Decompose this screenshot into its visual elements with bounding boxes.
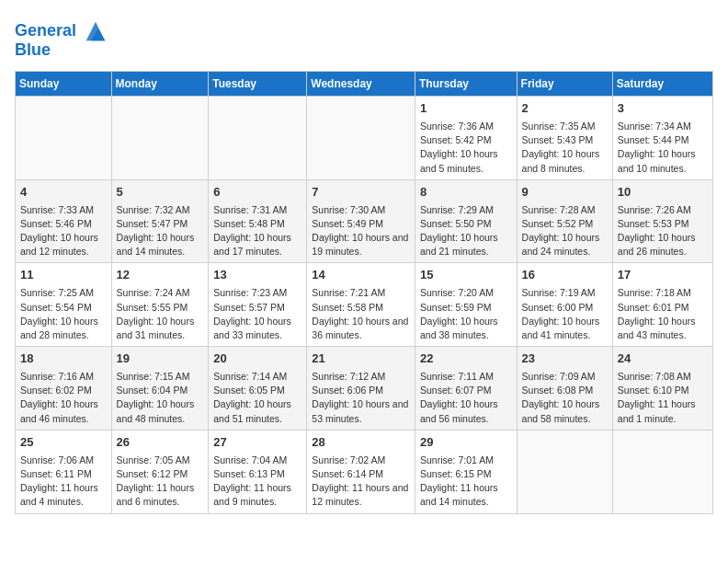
calendar-cell: 4Sunrise: 7:33 AMSunset: 5:46 PMDaylight… [16, 179, 112, 263]
sunrise-text: Sunrise: 7:34 AM [618, 120, 708, 133]
daylight-text: Daylight: 11 hours and 12 minutes. [312, 481, 410, 509]
calendar-cell: 21Sunrise: 7:12 AMSunset: 6:06 PMDayligh… [307, 347, 415, 431]
sunset-text: Sunset: 6:15 PM [420, 467, 512, 481]
calendar-cell: 14Sunrise: 7:21 AMSunset: 5:58 PMDayligh… [307, 263, 415, 347]
day-number: 29 [420, 434, 512, 452]
day-header-saturday: Saturday [612, 72, 712, 97]
sunset-text: Sunset: 5:48 PM [213, 217, 301, 231]
day-number: 23 [522, 350, 608, 368]
sunrise-text: Sunrise: 7:24 AM [117, 286, 204, 300]
calendar-cell: 22Sunrise: 7:11 AMSunset: 6:07 PMDayligh… [415, 347, 517, 431]
sunrise-text: Sunrise: 7:29 AM [420, 203, 512, 217]
day-number: 25 [20, 434, 107, 452]
day-number: 7 [312, 184, 410, 201]
calendar-cell: 29Sunrise: 7:01 AMSunset: 6:15 PMDayligh… [415, 430, 517, 513]
calendar-cell: 2Sunrise: 7:35 AMSunset: 5:43 PMDaylight… [517, 97, 612, 180]
sunset-text: Sunset: 6:06 PM [312, 384, 410, 397]
daylight-text: Daylight: 10 hours and 56 minutes. [420, 397, 512, 425]
sunset-text: Sunset: 5:47 PM [117, 217, 204, 231]
day-header-monday: Monday [111, 72, 209, 97]
daylight-text: Daylight: 10 hours and 33 minutes. [213, 315, 301, 342]
sunrise-text: Sunrise: 7:23 AM [213, 286, 301, 300]
sunset-text: Sunset: 6:01 PM [618, 301, 708, 315]
calendar-cell [16, 97, 112, 180]
calendar-cell: 27Sunrise: 7:04 AMSunset: 6:13 PMDayligh… [209, 430, 307, 513]
day-number: 22 [420, 350, 512, 368]
sunrise-text: Sunrise: 7:06 AM [20, 454, 107, 467]
calendar-week-row: 4Sunrise: 7:33 AMSunset: 5:46 PMDaylight… [16, 179, 713, 263]
sunset-text: Sunset: 6:00 PM [522, 301, 608, 315]
day-number: 9 [522, 184, 608, 201]
daylight-text: Daylight: 10 hours and 43 minutes. [618, 315, 708, 342]
daylight-text: Daylight: 10 hours and 8 minutes. [522, 147, 608, 175]
logo: General Blue [15, 18, 108, 60]
sunset-text: Sunset: 6:12 PM [117, 467, 204, 481]
daylight-text: Daylight: 10 hours and 46 minutes. [20, 397, 107, 425]
calendar-cell: 17Sunrise: 7:18 AMSunset: 6:01 PMDayligh… [612, 263, 712, 347]
calendar-cell: 24Sunrise: 7:08 AMSunset: 6:10 PMDayligh… [612, 347, 712, 431]
sunrise-text: Sunrise: 7:08 AM [618, 370, 708, 384]
calendar-cell: 1Sunrise: 7:36 AMSunset: 5:42 PMDaylight… [415, 97, 517, 180]
sunset-text: Sunset: 6:11 PM [20, 467, 107, 481]
daylight-text: Daylight: 10 hours and 19 minutes. [312, 231, 410, 259]
day-number: 10 [618, 184, 708, 201]
calendar-cell: 20Sunrise: 7:14 AMSunset: 6:05 PMDayligh… [209, 347, 307, 431]
sunrise-text: Sunrise: 7:14 AM [213, 370, 301, 384]
day-header-tuesday: Tuesday [209, 72, 307, 97]
calendar-week-row: 1Sunrise: 7:36 AMSunset: 5:42 PMDaylight… [16, 97, 713, 180]
day-number: 8 [420, 184, 512, 201]
calendar-cell [612, 430, 712, 513]
sunset-text: Sunset: 5:50 PM [420, 217, 512, 231]
day-number: 6 [213, 184, 301, 201]
sunset-text: Sunset: 5:44 PM [618, 133, 708, 147]
sunset-text: Sunset: 5:46 PM [20, 217, 107, 231]
day-number: 19 [117, 350, 204, 368]
daylight-text: Daylight: 10 hours and 31 minutes. [117, 315, 204, 342]
day-number: 20 [213, 350, 301, 368]
calendar-cell: 23Sunrise: 7:09 AMSunset: 6:08 PMDayligh… [517, 347, 612, 431]
calendar-cell: 12Sunrise: 7:24 AMSunset: 5:55 PMDayligh… [111, 263, 209, 347]
calendar-cell: 18Sunrise: 7:16 AMSunset: 6:02 PMDayligh… [16, 347, 112, 431]
calendar-cell: 19Sunrise: 7:15 AMSunset: 6:04 PMDayligh… [111, 347, 209, 431]
calendar-cell: 16Sunrise: 7:19 AMSunset: 6:00 PMDayligh… [517, 263, 612, 347]
calendar-cell: 7Sunrise: 7:30 AMSunset: 5:49 PMDaylight… [307, 179, 415, 263]
day-number: 28 [312, 434, 410, 452]
sunrise-text: Sunrise: 7:28 AM [522, 203, 608, 217]
sunrise-text: Sunrise: 7:01 AM [420, 454, 512, 467]
day-number: 26 [117, 434, 204, 452]
calendar-cell: 6Sunrise: 7:31 AMSunset: 5:48 PMDaylight… [209, 179, 307, 263]
calendar-cell [209, 97, 307, 180]
calendar-cell: 25Sunrise: 7:06 AMSunset: 6:11 PMDayligh… [16, 430, 112, 513]
daylight-text: Daylight: 10 hours and 12 minutes. [20, 231, 107, 259]
sunrise-text: Sunrise: 7:26 AM [618, 203, 708, 217]
daylight-text: Daylight: 10 hours and 10 minutes. [618, 147, 708, 175]
sunset-text: Sunset: 6:05 PM [213, 384, 301, 397]
daylight-text: Daylight: 10 hours and 48 minutes. [117, 397, 204, 425]
daylight-text: Daylight: 10 hours and 51 minutes. [213, 397, 301, 425]
day-header-wednesday: Wednesday [307, 72, 415, 97]
day-number: 12 [117, 267, 204, 284]
calendar-cell: 15Sunrise: 7:20 AMSunset: 5:59 PMDayligh… [415, 263, 517, 347]
sunrise-text: Sunrise: 7:09 AM [522, 370, 608, 384]
day-number: 13 [213, 267, 301, 284]
sunrise-text: Sunrise: 7:16 AM [20, 370, 107, 384]
daylight-text: Daylight: 10 hours and 21 minutes. [420, 231, 512, 259]
sunset-text: Sunset: 6:07 PM [420, 384, 512, 397]
sunset-text: Sunset: 6:13 PM [213, 467, 301, 481]
calendar-cell: 13Sunrise: 7:23 AMSunset: 5:57 PMDayligh… [209, 263, 307, 347]
sunrise-text: Sunrise: 7:15 AM [117, 370, 204, 384]
calendar-cell: 8Sunrise: 7:29 AMSunset: 5:50 PMDaylight… [415, 179, 517, 263]
daylight-text: Daylight: 10 hours and 53 minutes. [312, 397, 410, 425]
daylight-text: Daylight: 10 hours and 41 minutes. [522, 315, 608, 342]
sunset-text: Sunset: 5:55 PM [117, 301, 204, 315]
sunrise-text: Sunrise: 7:12 AM [312, 370, 410, 384]
calendar-cell: 9Sunrise: 7:28 AMSunset: 5:52 PMDaylight… [517, 179, 612, 263]
sunset-text: Sunset: 5:42 PM [420, 133, 512, 147]
day-number: 21 [312, 350, 410, 368]
day-number: 24 [618, 350, 708, 368]
sunrise-text: Sunrise: 7:21 AM [312, 286, 410, 300]
sunset-text: Sunset: 6:08 PM [522, 384, 608, 397]
day-number: 15 [420, 267, 512, 284]
sunrise-text: Sunrise: 7:31 AM [213, 203, 301, 217]
sunrise-text: Sunrise: 7:20 AM [420, 286, 512, 300]
